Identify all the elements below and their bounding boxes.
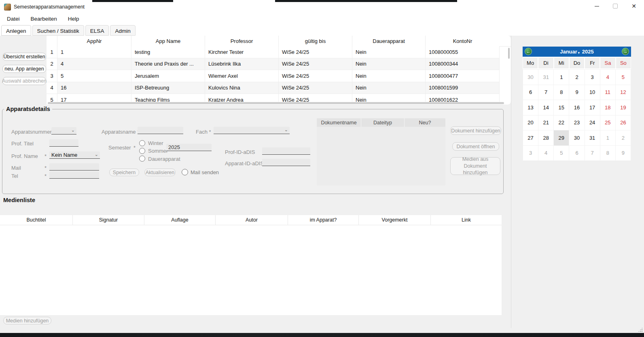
calendar-day[interactable]: 17 [585,100,600,115]
calendar-day[interactable]: 3 [585,70,600,85]
table-cell[interactable]: testing [131,46,205,58]
table-cell[interactable]: Theorie und Praxis der ... [131,58,205,70]
uebersicht-erstellen-button[interactable]: Übersicht erstellen [2,53,46,61]
calendar-day[interactable]: 30 [569,130,585,146]
vertical-scrollbar[interactable] [508,48,510,59]
table-row[interactable]: 35JerusalemWiemer AxelWiSe 24/25Nein1008… [47,70,511,82]
table-cell[interactable]: Wiemer Axel [205,70,279,82]
media-column-header[interactable]: Signatur [73,215,144,225]
table-cell[interactable]: 16 [57,82,131,94]
table-cell[interactable]: Lüsebrink Ilka [205,58,279,70]
calendar-day[interactable]: 9 [569,85,585,100]
calendar-day[interactable]: 19 [616,100,631,115]
close-button[interactable]: ✕ [625,0,643,12]
medien-aus-dokument-button[interactable]: Medien aus Dokument hinzufügen [450,157,500,175]
previous-month-button[interactable]: ← [525,48,532,55]
calendar-day[interactable]: 8 [600,146,616,161]
calendar-day[interactable]: 9 [616,146,631,161]
tab-elsa[interactable]: ELSA [85,25,109,36]
calendar-day[interactable]: 1 [554,70,569,85]
calendar-day[interactable]: 23 [569,115,585,131]
fach-combobox[interactable]: ⌄ [214,127,290,134]
calendar-day[interactable]: 20 [523,115,538,131]
calendar-day[interactable]: 5 [616,70,631,85]
media-column-header[interactable]: Autor [216,215,288,225]
menu-bearbeiten[interactable]: Bearbeiten [30,14,58,24]
prof-name-combobox[interactable]: Kein Name⌄ [49,151,100,159]
table-cell[interactable]: 1008000477 [426,70,500,82]
calendar-day[interactable]: 29 [554,130,569,146]
calendar-day[interactable]: 7 [538,85,554,100]
maximize-button[interactable] [606,0,625,12]
winter-radio[interactable] [139,140,145,146]
table-cell[interactable]: WiSe 24/25 [279,46,352,58]
media-column-header[interactable]: Link [431,215,502,225]
apparat-id-adis-field[interactable] [262,159,310,166]
mail-field[interactable] [49,163,99,171]
calendar-day[interactable]: 10 [585,85,600,100]
calendar-day[interactable]: 3 [523,146,538,161]
apparatsnummer-combobox[interactable]: ⌄ [51,127,76,134]
table-row[interactable]: 11testingKirchner TesterWiSe 24/25Nein10… [47,46,511,58]
calendar-day[interactable]: 25 [600,115,616,131]
calendar-day[interactable]: 15 [554,100,569,115]
tab-admin[interactable]: Admin [110,25,135,36]
table-cell[interactable]: Nein [352,58,426,70]
calendar-day[interactable]: 30 [523,70,538,85]
calendar-day[interactable]: 12 [616,85,631,100]
horizontal-scrollbar[interactable] [48,102,504,104]
table-cell[interactable]: ISP-Betreuung [131,82,205,94]
table-cell[interactable]: Kulovics Nina [205,82,279,94]
year-field[interactable]: 2025 [166,144,212,151]
column-header[interactable]: AppNr [57,36,131,46]
calendar-day[interactable]: 4 [538,146,554,161]
table-cell[interactable]: WiSe 24/25 [279,58,352,70]
dokument-hinzufuegen-button[interactable]: Dokument hinzufügen [450,126,501,135]
calendar-day[interactable]: 31 [538,70,554,85]
table-cell[interactable]: Nein [352,94,426,102]
dauerapparat-radio[interactable] [139,156,145,162]
table-cell[interactable]: Nein [352,70,426,82]
next-month-button[interactable]: → [622,48,629,55]
calendar-year[interactable]: 2025 [582,49,594,55]
tab-anlegen[interactable]: Anlegen [1,25,31,36]
table-cell[interactable]: Nein [352,46,426,58]
aktualisieren-button[interactable]: Aktualisieren [144,168,176,176]
calendar-day[interactable]: 26 [616,115,631,131]
calendar-day[interactable]: 8 [554,85,569,100]
calendar-day[interactable]: 6 [569,146,585,161]
tel-field[interactable] [49,171,99,179]
media-column-header[interactable]: Buchtitel [0,215,73,225]
calendar-day[interactable]: 2 [569,70,585,85]
media-column-header[interactable]: Auflage [144,215,216,225]
menu-datei[interactable]: Datei [6,14,21,24]
auswahl-abbrechen-button[interactable]: Auswahl abbrechen [2,77,46,85]
mail-senden-checkbox[interactable] [182,169,188,175]
calendar-day[interactable]: 28 [538,130,554,146]
table-cell[interactable]: Nein [352,82,426,94]
column-header[interactable]: KontoNr [426,36,500,46]
table-row[interactable]: 416ISP-BetreuungKulovics NinaWiSe 24/25N… [47,82,511,94]
table-cell[interactable]: 1008000055 [426,46,500,58]
media-column-header[interactable]: Vorgemerkt [359,215,431,225]
resize-grip[interactable] [638,327,643,332]
calendar-day[interactable]: 22 [554,115,569,131]
table-cell[interactable]: WiSe 24/25 [279,70,352,82]
media-column-header[interactable]: im Apparat? [288,215,359,225]
calendar-day[interactable]: 31 [585,130,600,146]
table-cell[interactable]: 1008001622 [426,94,500,102]
speichern-button[interactable]: Speichern [109,168,139,176]
table-cell[interactable]: WiSe 24/25 [279,82,352,94]
calendar-month[interactable]: Januar [560,49,577,55]
column-header[interactable]: App Name [131,36,205,46]
prof-id-adis-field[interactable] [262,147,310,155]
menu-help[interactable]: Help [67,14,80,24]
calendar-day[interactable]: 16 [569,100,585,115]
table-cell[interactable]: 5 [57,70,131,82]
table-cell[interactable]: 1008001599 [426,82,500,94]
neue-app-anlegen-button[interactable]: neu. App anlegen [2,65,46,73]
calendar-day[interactable]: 1 [600,130,616,146]
calendar-day[interactable]: 18 [600,100,616,115]
table-row[interactable]: 517Teaching FilmsKratzer AndreaWiSe 24/2… [47,94,511,102]
medien-hinzufuegen-button[interactable]: Medien hinzufügen [3,317,51,324]
